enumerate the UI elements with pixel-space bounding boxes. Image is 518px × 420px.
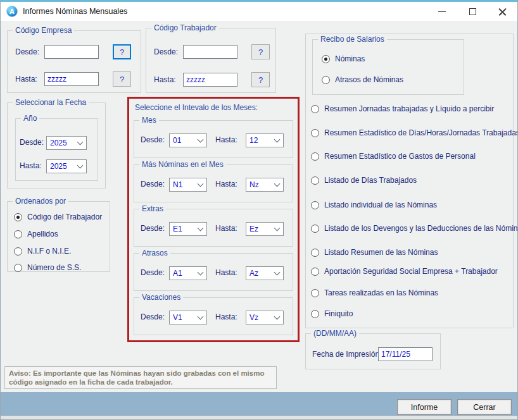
ordenado-apellidos-option[interactable]: Apellidos	[14, 228, 58, 240]
report-option-tareas[interactable]: Tareas realizadas en las Nóminas	[311, 287, 438, 299]
window-title: Informes Nóminas Mensuales	[23, 7, 127, 16]
codigo-trabajador-hasta-help-button[interactable]: ?	[251, 72, 270, 87]
chevron-down-icon	[77, 162, 84, 168]
minimize-button[interactable]	[429, 2, 455, 21]
maximize-button[interactable]	[459, 2, 486, 21]
radio-label: Resumen Jornadas trabajadas y Líquido a …	[324, 104, 494, 113]
radio-label: Resumen Estadístico de Días/Horas/Jornad…	[324, 128, 518, 137]
radio-label: Listado individual de las Nóminas	[324, 201, 437, 209]
mes-desde-value: 01	[173, 136, 198, 145]
cerrar-button[interactable]: Cerrar	[457, 399, 512, 415]
radio-label: Listado de los Devengos y las Deduccione…	[324, 224, 518, 233]
vacaciones-hasta-select[interactable]: Vz	[246, 311, 284, 324]
atrasos-hasta-label: Hasta:	[215, 268, 237, 277]
close-icon	[498, 8, 507, 16]
report-option-aportacion-ss[interactable]: Aportación Seguridad Social Empresa + Tr…	[311, 266, 498, 277]
radio-icon	[311, 268, 319, 276]
informe-button[interactable]: Informe	[397, 399, 452, 415]
radio-label: Tareas realizadas en las Nóminas	[324, 288, 438, 297]
seleccionar-fecha-group: Seleccionar la Fecha Año Desde: 2025 Has…	[7, 102, 106, 188]
atrasos-desde-label: Desde:	[141, 268, 165, 277]
ordenados-por-title: Ordenados por	[13, 197, 68, 206]
mas-nominas-hasta-select[interactable]: Nz	[246, 178, 284, 192]
ano-hasta-label: Hasta:	[20, 161, 42, 170]
minimize-icon	[438, 11, 446, 12]
extras-hasta-select[interactable]: Ez	[246, 222, 284, 236]
atrasos-hasta-select[interactable]: Az	[246, 266, 284, 280]
report-option-resumen-gastos[interactable]: Resumen Estadístico de Gastos de Persona…	[311, 151, 476, 162]
radio-icon	[311, 310, 319, 318]
report-option-resumen-estadistico-dias[interactable]: Resumen Estadístico de Días/Horas/Jornad…	[311, 127, 518, 139]
vacaciones-hasta-label: Hasta:	[215, 312, 237, 321]
codigo-empresa-desde-label: Desde:	[15, 47, 39, 56]
codigo-empresa-desde-help-button[interactable]: ?	[113, 44, 131, 59]
ordenado-nif-option[interactable]: N.I.F o N.I.E.	[14, 245, 71, 257]
titlebar: A Informes Nóminas Mensuales	[1, 2, 517, 21]
ano-hasta-select[interactable]: 2025	[46, 159, 87, 173]
vacaciones-section: Vacaciones Desde: V1 Hasta: Vz	[134, 297, 293, 335]
chevron-down-icon	[198, 269, 204, 275]
extras-desde-select[interactable]: E1	[169, 222, 207, 236]
mes-hasta-label: Hasta:	[215, 135, 237, 144]
report-option-resumen-jornadas[interactable]: Resumen Jornadas trabajadas y Líquido a …	[311, 103, 494, 114]
fecha-impresion-title: (DD/MM/AA)	[311, 329, 359, 338]
vacaciones-desde-select[interactable]: V1	[169, 311, 207, 324]
codigo-empresa-desde-input[interactable]	[44, 45, 99, 59]
codigo-empresa-hasta-label: Hasta:	[15, 75, 37, 83]
ano-desde-value: 2025	[50, 139, 78, 147]
mes-desde-select[interactable]: 01	[169, 133, 207, 147]
radio-label: Resumen Estadístico de Gastos de Persona…	[324, 152, 476, 161]
extras-hasta-value: Ez	[250, 225, 275, 233]
radio-icon	[311, 289, 319, 297]
radio-label: Código del Trabajador	[27, 213, 102, 221]
report-option-listado-resumen[interactable]: Listado Resumen de las Nóminas	[311, 247, 438, 258]
recibo-nominas-option[interactable]: Nóminas	[322, 53, 365, 65]
codigo-trabajador-hasta-input[interactable]	[183, 73, 237, 87]
radio-icon	[311, 249, 319, 257]
codigo-trabajador-desde-help-button[interactable]: ?	[251, 44, 270, 59]
fecha-impresion-input[interactable]	[378, 347, 433, 361]
report-option-listado-dias[interactable]: Listado de Días Trabajados	[311, 175, 417, 186]
chevron-down-icon	[274, 225, 281, 231]
extras-hasta-label: Hasta:	[215, 224, 237, 233]
mas-nominas-hasta-value: Nz	[250, 180, 275, 189]
mes-title: Mes	[139, 116, 159, 125]
app-logo-letter: A	[9, 8, 15, 15]
atrasos-desde-select[interactable]: A1	[169, 266, 207, 280]
ano-desde-select[interactable]: 2025	[46, 136, 87, 150]
radio-label: Listado de Días Trabajados	[324, 176, 417, 185]
codigo-empresa-hasta-input[interactable]	[44, 72, 99, 86]
aviso-text: Aviso: Es importante que las Nóminas hay…	[4, 366, 277, 389]
mes-hasta-select[interactable]: 12	[246, 133, 284, 147]
ordenado-codigo-trabajador-option[interactable]: Código del Trabajador	[14, 211, 102, 223]
radio-icon	[322, 76, 330, 84]
ano-hasta-value: 2025	[50, 162, 78, 171]
radio-label: N.I.F o N.I.E.	[27, 247, 71, 256]
chevron-down-icon	[198, 180, 204, 187]
codigo-empresa-hasta-help-button[interactable]: ?	[113, 71, 131, 87]
report-option-finiquito[interactable]: Finiquito	[311, 308, 353, 319]
close-button[interactable]	[489, 2, 515, 21]
radio-icon	[311, 152, 319, 161]
mas-nominas-desde-select[interactable]: N1	[169, 178, 207, 192]
radio-icon	[311, 225, 319, 233]
mas-nominas-desde-value: N1	[173, 180, 198, 189]
mas-nominas-section: Más Nóminas en el Mes Desde: N1 Hasta: N…	[134, 164, 293, 202]
footer-strip	[1, 416, 518, 420]
radio-icon	[311, 129, 319, 137]
codigo-trabajador-desde-input[interactable]	[183, 45, 237, 59]
radio-icon	[14, 264, 22, 272]
chevron-down-icon	[198, 313, 204, 319]
radio-label: Número de S.S.	[27, 263, 81, 272]
ordenado-numero-ss-option[interactable]: Número de S.S.	[14, 262, 81, 273]
extras-section: Extras Desde: E1 Hasta: Ez	[134, 209, 293, 247]
extras-desde-value: E1	[173, 225, 198, 233]
extras-desde-label: Desde:	[141, 224, 165, 233]
informes-nominas-window: A Informes Nóminas Mensuales Código Empr…	[0, 0, 518, 420]
codigo-empresa-group: Código Empresa Desde: ? Hasta: ?	[7, 30, 141, 93]
report-option-listado-devengos[interactable]: Listado de los Devengos y las Deduccione…	[311, 223, 518, 234]
report-option-listado-individual[interactable]: Listado individual de las Nóminas	[311, 199, 437, 211]
chevron-down-icon	[274, 313, 281, 319]
maximize-icon	[469, 8, 476, 15]
recibo-atrasos-option[interactable]: Atrasos de Nóminas	[322, 74, 403, 85]
